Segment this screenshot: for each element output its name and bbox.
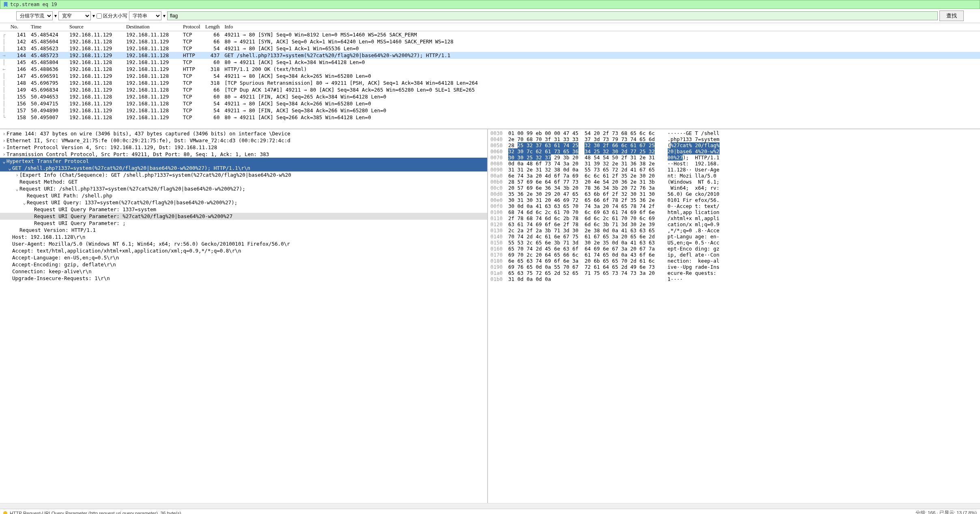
expert-info-icon[interactable] — [3, 511, 7, 514]
packet-row[interactable]: │14545.485804192.168.11.128192.168.11.12… — [0, 59, 980, 66]
packet-row[interactable]: │15550.494653192.168.11.128192.168.11.12… — [0, 93, 980, 100]
hex-row[interactable]: 019069 76 65 0d 0a 55 70 67 72 61 64 65 … — [490, 264, 978, 270]
tree-toggle-icon[interactable]: ⌄ — [22, 199, 27, 206]
width-select[interactable]: 宽窄 — [58, 11, 91, 20]
status-bar: HTTP Request-URI Query Parameter (http.r… — [0, 509, 980, 514]
detail-tree-item[interactable]: Connection: keep-alive\r\n — [0, 268, 487, 275]
hex-pane[interactable]: 003001 00 99 eb 00 00 47 45 54 20 2f 73 … — [488, 129, 980, 503]
hex-row[interactable]: 005028 25 32 37 63 61 74 25 32 30 2f 66 … — [490, 142, 978, 148]
hex-row[interactable]: 00a06e 74 3a 20 4d 6f 7a 69 6c 6c 61 2f … — [490, 173, 978, 179]
col-time[interactable]: Time — [28, 23, 67, 31]
tree-toggle-icon[interactable]: ⌄ — [15, 186, 19, 192]
packet-list-pane[interactable]: No. Time Source Destination Protocol Len… — [0, 23, 980, 129]
hex-row[interactable]: 007030 30 25 32 37 29 3b 20 48 54 54 50 … — [490, 154, 978, 161]
col-proto[interactable]: Protocol — [181, 23, 203, 31]
detail-tree-item[interactable]: Host: 192.168.11.128\r\n — [0, 233, 487, 240]
detail-tree-item[interactable]: Request URI Path: /shell.php — [0, 192, 487, 199]
packet-row[interactable]: │14345.485623192.168.11.129192.168.11.12… — [0, 45, 980, 52]
packet-row[interactable]: │15650.494715192.168.11.129192.168.11.12… — [0, 100, 980, 107]
dropdown-chevron-icon: ▾ — [54, 13, 57, 19]
tree-toggle-icon[interactable]: ⌄ — [7, 165, 12, 171]
detail-tree-item[interactable]: ›Internet Protocol Version 4, Src: 192.1… — [0, 144, 487, 151]
detail-tree-item[interactable]: Upgrade-Insecure-Requests: 1\r\n — [0, 275, 487, 282]
case-checkbox-input[interactable] — [97, 13, 102, 19]
find-toolbar: 分组字节流 ▾ 宽窄 ▾ 区分大小写 字符串 ▾ 查找 — [0, 9, 980, 23]
dropdown-chevron-icon: ▾ — [92, 13, 95, 19]
detail-tree-item[interactable]: ›[Expert Info (Chat/Sequence): GET /shel… — [0, 171, 487, 178]
packet-table: No. Time Source Destination Protocol Len… — [0, 23, 980, 121]
hex-row[interactable]: 017069 70 2c 20 64 65 66 6c 61 74 65 0d … — [490, 252, 978, 258]
packet-row[interactable]: │14945.696834192.168.11.129192.168.11.12… — [0, 86, 980, 93]
detail-tree-item[interactable]: Accept-Language: en-US,en;q=0.5\r\n — [0, 254, 487, 261]
packet-row[interactable]: │14745.696591192.168.11.129192.168.11.12… — [0, 73, 980, 79]
hex-row[interactable]: 01302c 2a 2f 2a 3b 71 3d 30 2e 38 0d 0a … — [490, 227, 978, 233]
detail-tree-item[interactable]: ⌄GET /shell.php?1337=system(%27cat%20/fl… — [0, 165, 487, 171]
detail-tree-item[interactable]: ⌄Request URI: /shell.php?1337=system(%27… — [0, 185, 487, 192]
detail-tree-item[interactable]: Accept-Encoding: gzip, deflate\r\n — [0, 261, 487, 268]
detail-tree-item[interactable]: Request Method: GET — [0, 178, 487, 185]
packet-row[interactable]: │15750.494890192.168.11.129192.168.11.12… — [0, 107, 980, 114]
detail-tree-item[interactable]: Request URI Query Parameter: ; — [0, 220, 487, 227]
tree-toggle-icon[interactable]: › — [2, 137, 6, 143]
filter-text[interactable]: tcp.stream eq 19 — [10, 2, 57, 7]
detail-tree-item[interactable]: ›Ethernet II, Src: VMware_21:75:fe (00:0… — [0, 137, 487, 144]
hex-row[interactable]: 01102f 78 68 74 6d 6c 2b 78 6d 6c 2c 61 … — [490, 215, 978, 221]
tree-toggle-icon[interactable]: › — [2, 131, 6, 137]
detail-tree-item[interactable]: ›Frame 144: 437 bytes on wire (3496 bits… — [0, 130, 487, 137]
col-no[interactable]: No. — [8, 23, 28, 31]
packet-row[interactable]: ←14645.488636192.168.11.128192.168.11.12… — [0, 66, 980, 73]
hex-row[interactable]: 01a065 63 75 72 65 2d 52 65 71 75 65 73 … — [490, 270, 978, 276]
hex-row[interactable]: 00f030 0d 0a 41 63 63 65 70 74 3a 20 74 … — [490, 203, 978, 209]
hex-row[interactable]: 009031 31 2e 31 32 38 0d 0a 55 73 65 72 … — [490, 167, 978, 173]
bookmark-icon — [3, 2, 9, 7]
detail-tree-item[interactable]: Request URI Query Parameter: %27cat%20/f… — [0, 213, 487, 220]
packet-bytes-select[interactable]: 分组字节流 — [16, 11, 53, 20]
detail-tree-item[interactable]: Request Version: HTTP/1.1 — [0, 227, 487, 233]
detail-tree-item[interactable]: ⌄Hypertext Transfer Protocol — [0, 158, 487, 165]
detail-pane[interactable]: ›Frame 144: 437 bytes on wire (3496 bits… — [0, 129, 488, 503]
hex-row[interactable]: 003001 00 99 eb 00 00 47 45 54 20 2f 73 … — [490, 130, 978, 136]
detail-tree-item[interactable]: ⌄Request URI Query: 1337=system(%27cat%2… — [0, 199, 487, 206]
tree-toggle-icon[interactable]: › — [2, 144, 6, 150]
packet-table-header[interactable]: No. Time Source Destination Protocol Len… — [0, 23, 980, 31]
dropdown-chevron-icon: ▾ — [163, 13, 165, 19]
detail-tree-item[interactable]: ›Transmission Control Protocol, Src Port… — [0, 151, 487, 158]
hex-row[interactable]: 016065 70 74 2d 45 6e 63 6f 64 69 6e 67 … — [490, 246, 978, 252]
hex-row[interactable]: 012063 61 74 69 6f 6e 2f 78 6d 6c 3b 71 … — [490, 221, 978, 227]
hex-row[interactable]: 00c020 57 69 6e 36 34 3b 20 78 36 34 3b … — [490, 185, 978, 191]
packet-row[interactable]: →14445.485723192.168.11.129192.168.11.12… — [0, 52, 980, 59]
hex-row[interactable]: 010068 74 6d 6c 2c 61 70 70 6c 69 63 61 … — [490, 209, 978, 215]
hex-row[interactable]: 015055 53 2c 65 6e 3b 71 3d 30 2e 35 0d … — [490, 240, 978, 246]
tree-toggle-icon[interactable]: ⌄ — [2, 158, 6, 164]
packet-row[interactable]: │14245.485604192.168.11.128192.168.11.12… — [0, 38, 980, 45]
hex-row[interactable]: 00b028 57 69 6e 64 6f 77 73 20 4e 54 20 … — [490, 179, 978, 185]
packet-row[interactable]: └15850.495007192.168.11.128192.168.11.12… — [0, 114, 980, 121]
col-len[interactable]: Length — [203, 23, 222, 31]
packet-row[interactable]: │14845.696795192.168.11.128192.168.11.12… — [0, 79, 980, 86]
detail-tree-item[interactable]: Request URI Query Parameter: 1337=system — [0, 206, 487, 213]
hex-row[interactable]: 00800d 0a 48 6f 73 74 3a 20 31 39 32 2e … — [490, 161, 978, 167]
col-dest[interactable]: Destination — [124, 23, 181, 31]
search-input[interactable] — [167, 11, 938, 20]
packet-row[interactable]: ┌14145.485424192.168.11.129192.168.11.12… — [0, 31, 980, 39]
detail-tree-item[interactable]: User-Agent: Mozilla/5.0 (Windows NT 6.1;… — [0, 240, 487, 247]
hex-row[interactable]: 00d035 36 2e 30 29 20 47 65 63 6b 6f 2f … — [490, 191, 978, 197]
detail-tree-item[interactable]: Accept: text/html,application/xhtml+xml,… — [0, 247, 487, 254]
hex-row[interactable]: 00e030 31 30 31 20 46 69 72 65 66 6f 78 … — [490, 197, 978, 203]
status-packet-count: 分组: 166 · 已显示: 13 (7.8%) — [916, 510, 977, 514]
hex-row[interactable]: 01806e 65 63 74 69 6f 6e 3a 20 6b 65 65 … — [490, 258, 978, 264]
string-type-select[interactable]: 字符串 — [129, 11, 161, 20]
hex-row[interactable]: 00402e 70 68 70 3f 31 33 33 37 3d 73 79 … — [490, 136, 978, 142]
find-button[interactable]: 查找 — [939, 11, 964, 21]
col-source[interactable]: Source — [67, 23, 124, 31]
hex-row[interactable]: 014070 74 2d 4c 61 6e 67 75 61 67 65 3a … — [490, 233, 978, 240]
case-sensitive-checkbox[interactable]: 区分大小写 — [97, 13, 127, 19]
display-filter-bar[interactable]: tcp.stream eq 19 — [0, 0, 980, 9]
status-field-info: HTTP Request-URI Query Parameter (http.r… — [10, 511, 181, 514]
hex-row[interactable]: 006032 30 7c 62 61 73 65 36 34 25 32 30 … — [490, 148, 978, 154]
col-info[interactable]: Info — [222, 23, 980, 31]
hex-row[interactable]: 01b031 0d 0a 0d 0a 1···· — [490, 276, 978, 282]
tree-toggle-icon[interactable]: › — [2, 151, 6, 157]
tree-toggle-icon[interactable]: › — [15, 172, 19, 178]
horizontal-scrollbar[interactable] — [0, 503, 980, 509]
